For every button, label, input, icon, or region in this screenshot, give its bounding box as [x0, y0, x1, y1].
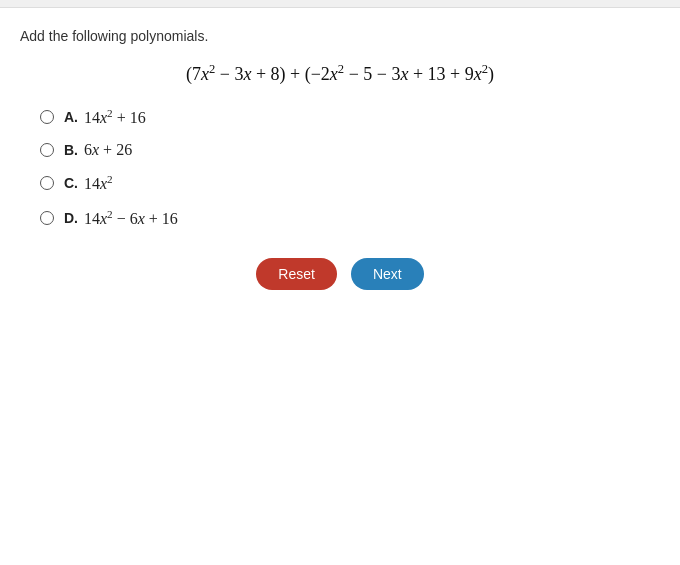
action-buttons: Reset Next [20, 258, 660, 290]
equation-display: (7x2 − 3x + 8) + (−2x2 − 5 − 3x + 13 + 9… [20, 62, 660, 85]
label-b: B. [64, 142, 78, 158]
options-list: A. 14x2 + 16 B. 6x + 26 C. 14x2 D. 14x2 … [40, 107, 660, 228]
radio-b[interactable] [40, 143, 54, 157]
next-button[interactable]: Next [351, 258, 424, 290]
reset-button[interactable]: Reset [256, 258, 337, 290]
radio-a[interactable] [40, 110, 54, 124]
label-a: A. [64, 109, 78, 125]
option-d[interactable]: D. 14x2 − 6x + 16 [40, 208, 660, 228]
text-b: 6x + 26 [84, 141, 132, 159]
radio-c[interactable] [40, 176, 54, 190]
text-a: 14x2 + 16 [84, 107, 146, 127]
text-c: 14x2 [84, 173, 113, 193]
top-bar [0, 0, 680, 8]
label-d: D. [64, 210, 78, 226]
option-b[interactable]: B. 6x + 26 [40, 141, 660, 159]
option-a[interactable]: A. 14x2 + 16 [40, 107, 660, 127]
main-content: Add the following polynomials. (7x2 − 3x… [0, 8, 680, 310]
radio-d[interactable] [40, 211, 54, 225]
instruction-text: Add the following polynomials. [20, 28, 660, 44]
label-c: C. [64, 175, 78, 191]
text-d: 14x2 − 6x + 16 [84, 208, 178, 228]
option-c[interactable]: C. 14x2 [40, 173, 660, 193]
